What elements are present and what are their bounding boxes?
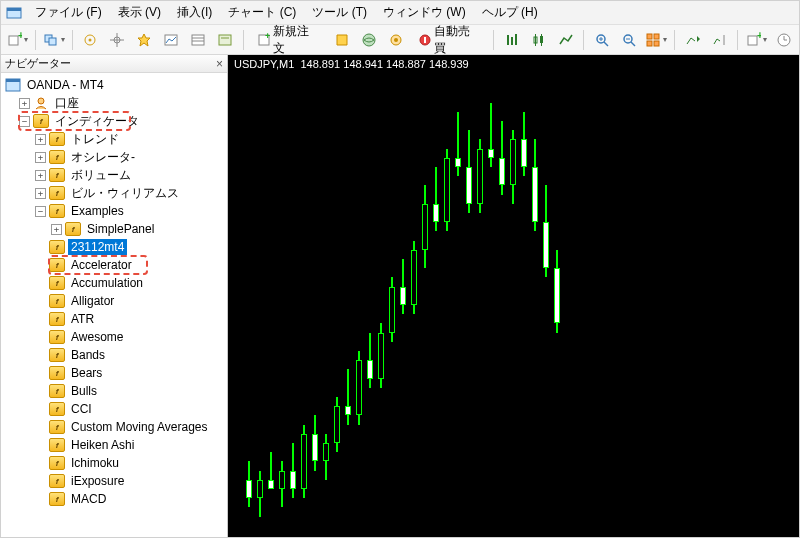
toolbar-separator (493, 30, 494, 50)
chart-symbol: USDJPY,M1 (234, 58, 294, 70)
fx-icon: f (49, 419, 65, 435)
svg-rect-46 (748, 36, 757, 45)
candle-chart-icon[interactable] (527, 28, 550, 52)
svg-marker-44 (697, 36, 700, 42)
collapse-icon[interactable]: − (19, 116, 30, 127)
fx-icon: f (49, 455, 65, 471)
tile-windows-icon[interactable]: ▾ (644, 28, 668, 52)
tree-item[interactable]: fATR (1, 310, 227, 328)
toolbar-separator (674, 30, 675, 50)
tree-item-simplepanel[interactable]: +fSimplePanel (1, 220, 227, 238)
svg-rect-52 (6, 79, 20, 82)
tree-item-label: iExposure (68, 473, 127, 489)
periods-button[interactable] (772, 28, 795, 52)
menu-tools[interactable]: ツール (T) (304, 1, 375, 24)
menu-insert[interactable]: 挿入(I) (169, 1, 220, 24)
tree-item[interactable]: fAccumulation (1, 274, 227, 292)
navigator-title: ナビゲーター (5, 56, 71, 71)
terminal-icon[interactable] (214, 28, 237, 52)
meta-editor-icon[interactable] (330, 28, 353, 52)
line-chart-icon[interactable] (554, 28, 577, 52)
auto-trading-button[interactable]: 自動売買 (411, 28, 487, 52)
tree-item-label: Custom Moving Averages (68, 419, 211, 435)
tree-item-label: Accumulation (68, 275, 146, 291)
indicators-button[interactable]: +▾ (744, 28, 768, 52)
tree-item-label: Bands (68, 347, 108, 363)
chart-area[interactable]: USDJPY,M1 148.891 148.941 148.887 148.93… (228, 55, 799, 537)
tree-item[interactable]: fAccelerator (1, 256, 227, 274)
tree-group-volume[interactable]: +fボリューム (1, 166, 227, 184)
tree-item[interactable]: fHeiken Ashi (1, 436, 227, 454)
tree-root-label: OANDA - MT4 (24, 77, 107, 93)
app-icon (5, 4, 23, 22)
tree-item-label: Bears (68, 365, 105, 381)
terminal-icon (5, 77, 21, 93)
tree-item[interactable]: fMACD (1, 490, 227, 508)
tree-group-examples[interactable]: −fExamples (1, 202, 227, 220)
menu-view[interactable]: 表示 (V) (110, 1, 169, 24)
chart-open: 148.891 (300, 58, 340, 70)
new-chart-button[interactable]: +▾ (5, 28, 29, 52)
chart-window-icon[interactable] (160, 28, 183, 52)
tree-item[interactable]: fAlligator (1, 292, 227, 310)
tree-root[interactable]: OANDA - MT4 (1, 76, 227, 94)
chart-shift-icon[interactable] (708, 28, 731, 52)
svg-point-23 (394, 38, 398, 42)
globe-icon[interactable] (357, 28, 380, 52)
tree-item-selected[interactable]: f23112mt4 (1, 238, 227, 256)
tree-item[interactable]: fIchimoku (1, 454, 227, 472)
expand-icon[interactable]: + (35, 188, 46, 199)
svg-rect-42 (647, 41, 652, 46)
bar-chart-icon[interactable] (500, 28, 523, 52)
tree-indicators-label: インディケータ (52, 112, 142, 131)
fx-icon: f (49, 185, 65, 201)
fx-icon: f (49, 401, 65, 417)
crosshair-icon[interactable] (106, 28, 129, 52)
close-icon[interactable]: × (216, 57, 223, 71)
expand-icon[interactable]: + (35, 134, 46, 145)
tree-item-label: Heiken Ashi (68, 437, 137, 453)
tree-indicators[interactable]: − f インディケータ (1, 112, 227, 130)
selected-indicator-label: 23112mt4 (68, 239, 127, 255)
tree-item[interactable]: fiExposure (1, 472, 227, 490)
tree-item[interactable]: fAwesome (1, 328, 227, 346)
zoom-in-icon[interactable] (590, 28, 613, 52)
svg-text:+: + (265, 33, 270, 41)
fx-icon: f (49, 167, 65, 183)
zoom-out-icon[interactable] (617, 28, 640, 52)
tree-item[interactable]: fCCI (1, 400, 227, 418)
tree-item[interactable]: fCustom Moving Averages (1, 418, 227, 436)
fx-icon: f (49, 275, 65, 291)
tree-group-trend[interactable]: +fトレンド (1, 130, 227, 148)
tree-group-bill-williams[interactable]: +fビル・ウィリアムス (1, 184, 227, 202)
tree-item[interactable]: fBears (1, 364, 227, 382)
collapse-icon[interactable]: − (35, 206, 46, 217)
expand-icon[interactable]: + (35, 152, 46, 163)
new-order-button[interactable]: +新規注文 (250, 28, 326, 52)
profiles-button[interactable]: ▾ (42, 28, 66, 52)
tree-item[interactable]: fBulls (1, 382, 227, 400)
tree-group-oscillator[interactable]: +fオシレータ- (1, 148, 227, 166)
toolbar-separator (35, 30, 36, 50)
svg-text:+: + (757, 32, 761, 41)
tree-item[interactable]: fBands (1, 346, 227, 364)
data-window-icon[interactable] (187, 28, 210, 52)
expand-icon[interactable]: + (35, 170, 46, 181)
compass-icon[interactable] (79, 28, 102, 52)
star-icon[interactable] (133, 28, 156, 52)
tree-accounts-label: 口座 (52, 94, 82, 113)
menu-window[interactable]: ウィンドウ (W) (375, 1, 474, 24)
menu-chart[interactable]: チャート (C) (220, 1, 304, 24)
expand-icon[interactable]: + (19, 98, 30, 109)
toolbar-separator (583, 30, 584, 50)
options-icon[interactable] (384, 28, 407, 52)
svg-text:+: + (18, 32, 22, 41)
menu-help[interactable]: ヘルプ (H) (474, 1, 546, 24)
expand-icon[interactable]: + (51, 224, 62, 235)
tree-accounts[interactable]: + 口座 (1, 94, 227, 112)
auto-scroll-icon[interactable] (681, 28, 704, 52)
navigator-panel: ナビゲーター × OANDA - MT4 + 口座 − f インディケータ +f… (1, 55, 228, 537)
fx-icon: f (49, 131, 65, 147)
navigator-tree[interactable]: OANDA - MT4 + 口座 − f インディケータ +fトレンド +fオシ… (1, 73, 227, 537)
menu-file[interactable]: ファイル (F) (27, 1, 110, 24)
